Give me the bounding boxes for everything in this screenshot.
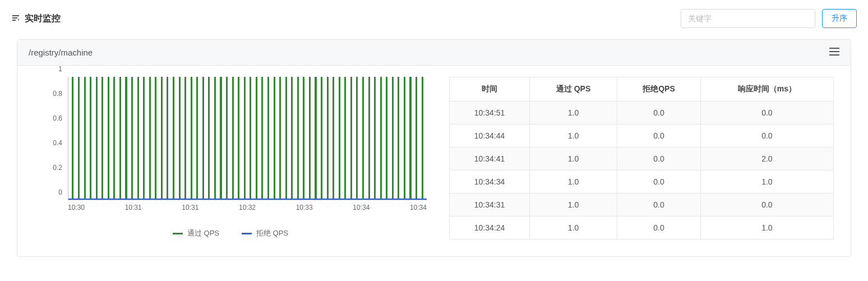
bar-group	[108, 77, 109, 200]
bar-group	[291, 77, 293, 200]
panel-header: /registry/machine	[17, 40, 851, 66]
x-tick: 10:31	[125, 204, 142, 211]
table-row: 10:34:311.00.00.0	[450, 194, 834, 216]
bar-group	[78, 77, 80, 200]
bar-pass	[274, 77, 275, 200]
bar-group	[72, 77, 73, 200]
chart-y-axis: 00.20.40.60.81	[34, 77, 67, 200]
bar-group	[374, 77, 376, 200]
bar-group	[309, 77, 311, 200]
bar-group	[267, 77, 269, 200]
bar-group	[191, 77, 192, 200]
chart-legend: 通过 QPS 拒绝 QPS	[34, 228, 427, 238]
bar-group	[143, 77, 145, 200]
bar-group	[214, 77, 216, 200]
table-row: 10:34:241.00.01.0	[450, 216, 834, 239]
metrics-table: 时间 通过 QPS 拒绝QPS 响应时间（ms） 10:34:511.00.00…	[449, 77, 834, 239]
bar-group	[386, 77, 387, 200]
cell-pass_qps: 1.0	[529, 125, 617, 148]
table-header-row: 时间 通过 QPS 拒绝QPS 响应时间（ms）	[450, 77, 834, 102]
chart-plot: 00.20.40.60.81 10:3010:3110:3110:3210:33…	[34, 77, 427, 217]
bar-pass	[398, 77, 399, 200]
bar-group	[303, 77, 304, 200]
bar-group	[285, 77, 287, 200]
bar-group	[333, 77, 334, 200]
legend-label-pass: 通过 QPS	[187, 228, 219, 238]
cell-time: 10:34:34	[450, 171, 530, 194]
legend-swatch-pass	[173, 233, 183, 234]
x-tick: 10:32	[239, 204, 256, 211]
y-tick: 0.4	[53, 139, 62, 147]
bar-pass	[344, 77, 346, 200]
bar-pass	[285, 77, 287, 200]
cell-rt_ms: 0.0	[700, 102, 833, 125]
bar-group	[339, 77, 340, 200]
x-tick: 10:34	[410, 204, 427, 211]
monitor-panel: /registry/machine 00.20.40.60.81 10:3010…	[17, 39, 851, 257]
col-time: 时间	[450, 77, 530, 102]
col-pass: 通过 QPS	[529, 77, 617, 102]
chart-baseline	[68, 199, 427, 200]
bar-pass	[155, 77, 156, 200]
legend-reject-qps: 拒绝 QPS	[242, 228, 288, 238]
cell-time: 10:34:24	[450, 216, 530, 239]
qps-chart: 00.20.40.60.81 10:3010:3110:3110:3210:33…	[34, 77, 427, 238]
bar-group	[297, 77, 299, 200]
bar-group	[101, 77, 103, 200]
bar-pass	[291, 77, 293, 200]
bar-pass	[309, 77, 311, 200]
legend-swatch-reject	[242, 233, 252, 234]
bar-pass	[244, 77, 246, 200]
bar-group	[350, 77, 352, 200]
bar-group	[208, 77, 210, 200]
cell-time: 10:34:51	[450, 102, 530, 125]
cell-pass_qps: 1.0	[529, 102, 617, 125]
bar-pass	[131, 77, 133, 200]
bar-group	[90, 77, 91, 200]
bar-group	[161, 77, 163, 200]
bar-group	[398, 77, 399, 200]
endpoint-path: /registry/machine	[29, 48, 93, 57]
cell-reject_qps: 0.0	[617, 171, 701, 194]
chart-bars	[68, 77, 427, 200]
menu-icon[interactable]	[829, 48, 839, 57]
table-row: 10:34:511.00.00.0	[450, 102, 834, 125]
bar-pass	[84, 77, 86, 200]
bar-pass	[167, 77, 168, 200]
cell-reject_qps: 0.0	[617, 102, 701, 125]
bar-group	[131, 77, 133, 200]
cell-pass_qps: 1.0	[529, 216, 617, 239]
cell-time: 10:34:44	[450, 125, 530, 148]
bar-group	[84, 77, 86, 200]
bar-pass	[119, 77, 121, 200]
bar-group	[344, 77, 346, 200]
bar-group	[362, 77, 364, 200]
page-header: 实时监控 升序	[0, 0, 868, 34]
bar-pass	[96, 77, 98, 200]
bar-group	[422, 77, 423, 200]
sort-button[interactable]: 升序	[822, 9, 857, 28]
table-row: 10:34:441.00.00.0	[450, 125, 834, 148]
bar-pass	[415, 77, 417, 200]
y-tick: 0.8	[53, 90, 62, 98]
legend-pass-qps: 通过 QPS	[173, 228, 219, 238]
bar-pass	[113, 77, 115, 200]
bar-pass	[250, 77, 251, 200]
bar-pass	[143, 77, 145, 200]
bar-group	[173, 77, 174, 200]
cell-reject_qps: 0.0	[617, 216, 701, 239]
bar-group	[167, 77, 168, 200]
col-reject: 拒绝QPS	[617, 77, 701, 102]
bar-group	[232, 77, 234, 200]
keyword-input[interactable]	[681, 9, 815, 28]
cell-time: 10:34:41	[450, 148, 530, 171]
bar-pass	[149, 77, 151, 200]
bar-pass	[362, 77, 364, 200]
bar-group	[321, 77, 322, 200]
bar-pass	[108, 77, 109, 200]
bar-group	[250, 77, 251, 200]
panel-body: 00.20.40.60.81 10:3010:3110:3110:3210:33…	[17, 66, 851, 256]
sort-desc-icon	[11, 13, 20, 24]
bar-pass	[350, 77, 352, 200]
table-row: 10:34:411.00.02.0	[450, 148, 834, 171]
